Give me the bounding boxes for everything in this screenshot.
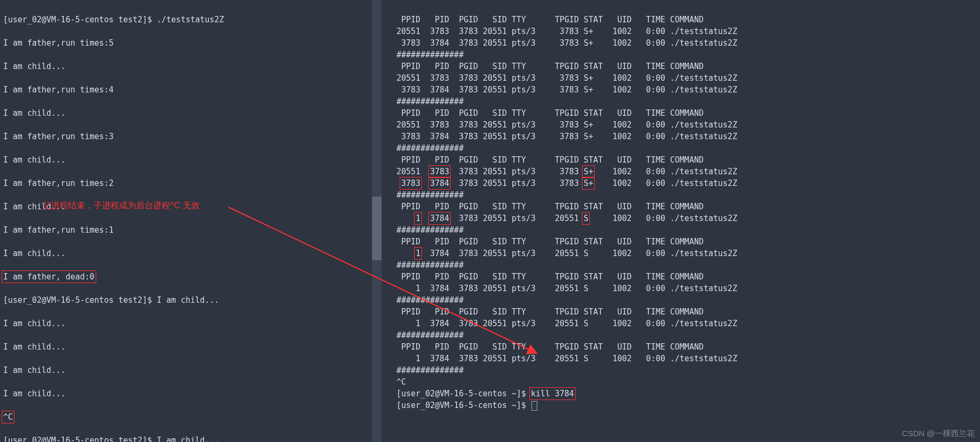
term-line: [user_02@VM-16-5-centos ~]$: [396, 400, 975, 411]
term-line: I am father,run times:5: [3, 37, 368, 49]
term-line: ##############: [396, 189, 975, 201]
term-line: I am child...: [3, 364, 368, 376]
term-line: I am father,run times:1: [3, 224, 368, 236]
term-line: 3783 3784 3783 20551 pts/3 3783 S+ 1002 …: [396, 84, 975, 96]
term-line: I am child...: [3, 154, 368, 166]
term-line: PPID PID PGID SID TTY TPGID STAT UID TIM…: [396, 154, 975, 166]
term-line: 20551 3783 3783 20551 pts/3 3783 S+ 1002…: [396, 166, 975, 177]
term-line: ##############: [396, 259, 975, 271]
term-line: 1 3784 3783 20551 pts/3 20551 S 1002 0:0…: [396, 248, 975, 259]
term-line: ##############: [396, 142, 975, 154]
term-line: I am father,run times:3: [3, 131, 368, 142]
term-line: [user_02@VM-16-5-centos ~]$ kill 3784: [396, 388, 975, 400]
term-line: 1 3784 3783 20551 pts/3 20551 S 1002 0:0…: [396, 353, 975, 364]
term-line: I am child...: [3, 341, 368, 353]
term-line: I am child...: [3, 318, 368, 329]
term-line: [user_02@VM-16-5-centos test2]$ I am chi…: [3, 294, 368, 306]
terminal-right-pane: PPID PID PGID SID TTY TPGID STAT UID TIM…: [393, 0, 978, 442]
term-line: I am father,run times:2: [3, 177, 368, 189]
watermark: CSDN @一棵西兰花: [902, 429, 975, 439]
term-line: PPID PID PGID SID TTY TPGID STAT UID TIM…: [396, 107, 975, 119]
term-line: ##############: [396, 49, 975, 61]
term-line: [user_02@VM-16-5-centos test2]$ ./testst…: [3, 14, 368, 26]
scrollbar-thumb[interactable]: [372, 197, 382, 260]
term-line: 1 3784 3783 20551 pts/3 20551 S 1002 0:0…: [396, 318, 975, 329]
term-line: PPID PID PGID SID TTY TPGID STAT UID TIM…: [396, 271, 975, 283]
term-line: PPID PID PGID SID TTY TPGID STAT UID TIM…: [396, 201, 975, 212]
cursor: [531, 401, 537, 411]
term-line: PPID PID PGID SID TTY TPGID STAT UID TIM…: [396, 14, 975, 26]
term-line: ##############: [396, 364, 975, 376]
term-line-highlight: I am father, dead:0: [3, 271, 368, 283]
term-line: 20551 3783 3783 20551 pts/3 3783 S+ 1002…: [396, 72, 975, 84]
term-line: ##############: [396, 294, 975, 306]
term-line: 20551 3783 3783 20551 pts/3 3783 S+ 1002…: [396, 119, 975, 131]
term-line: I am child...: [3, 388, 368, 400]
term-line: 1 3784 3783 20551 pts/3 20551 S 1002 0:0…: [396, 283, 975, 294]
annotation-text: 父进程结束，子进程成为后台进程^C 无效: [43, 200, 200, 211]
term-line: 20551 3783 3783 20551 pts/3 3783 S+ 1002…: [396, 26, 975, 37]
term-line: 3783 3784 3783 20551 pts/3 3783 S+ 1002 …: [396, 177, 975, 189]
term-line: PPID PID PGID SID TTY TPGID STAT UID TIM…: [396, 236, 975, 248]
term-line: I am father,run times:4: [3, 84, 368, 96]
term-line: PPID PID PGID SID TTY TPGID STAT UID TIM…: [396, 341, 975, 353]
term-line: ##############: [396, 96, 975, 107]
terminal-left-pane: [user_02@VM-16-5-centos test2]$ ./testst…: [0, 0, 371, 442]
term-line: ^C: [396, 376, 975, 388]
term-line: ^C: [3, 411, 368, 423]
kill-command-highlight: kill 3784: [529, 387, 576, 400]
term-line: I am child...: [3, 107, 368, 119]
term-line: PPID PID PGID SID TTY TPGID STAT UID TIM…: [396, 61, 975, 72]
term-line: I am child...: [3, 248, 368, 259]
term-line: PPID PID PGID SID TTY TPGID STAT UID TIM…: [396, 306, 975, 318]
ctrl-c-highlight: ^C: [2, 411, 14, 423]
term-line: 3783 3784 3783 20551 pts/3 3783 S+ 1002 …: [396, 37, 975, 49]
term-line: [user_02@VM-16-5-centos test2]$ I am chi…: [3, 435, 368, 442]
term-line: ##############: [396, 329, 975, 341]
term-line: ##############: [396, 224, 975, 236]
scrollbar[interactable]: [372, 0, 382, 442]
term-line: 1 3784 3783 20551 pts/3 20551 S 1002 0:0…: [396, 212, 975, 224]
term-line: I am child...: [3, 61, 368, 72]
term-line: 3783 3784 3783 20551 pts/3 3783 S+ 1002 …: [396, 131, 975, 142]
